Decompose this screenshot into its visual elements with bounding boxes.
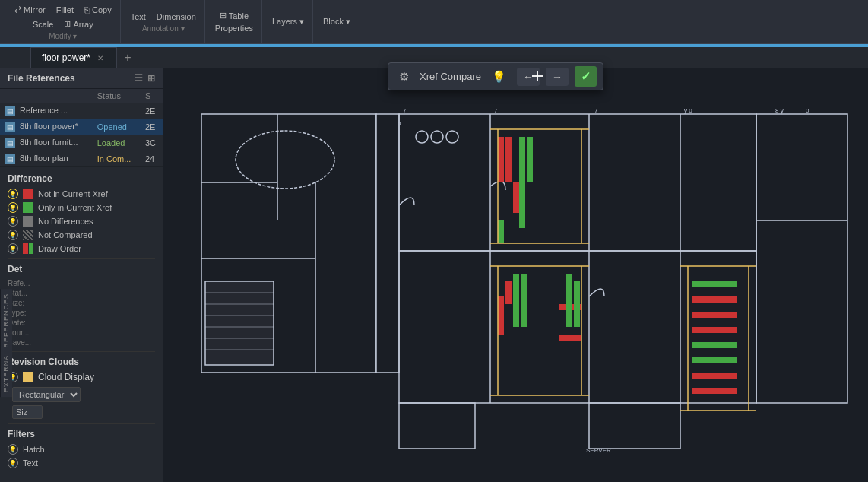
svg-rect-37 [692,296,737,303]
xref-num-2: 2E [141,119,163,135]
svg-rect-14 [376,114,399,373]
detail-row-four: Four... [8,328,155,337]
cloud-display-row: 💡 Cloud Display [8,372,155,382]
xref-status-3: Loaded [93,135,141,151]
toolbar-layers-btn[interactable]: Layers ▾ [268,15,308,28]
panel-header-file-references: File References ☰ ⊞ [0,68,163,89]
xref-num-4: 24 [141,151,163,167]
filter-label-text: Text [23,458,38,468]
toolbar-section-text: Text Dimension Annotation ▾ [122,0,205,43]
xref-bulb-button[interactable]: 💡 [487,67,511,87]
svg-text:7: 7 [494,107,498,114]
toolbar-table-btn[interactable]: ⊟ Table [216,9,252,22]
xref-status-4: In Com... [93,151,141,167]
gear-icon: ⚙ [399,70,409,84]
canvas-area[interactable]: 7 7 7 y 0 8 y 0 0 SERVER [163,68,868,482]
detail-label-type: Type: [8,309,53,317]
xref-row-2[interactable]: ▤ 8th floor power* Opened 2E [0,119,163,135]
copy-icon: ⎘ [84,5,90,14]
floor-plan-svg: 7 7 7 y 0 8 y 0 0 SERVER [163,68,868,482]
svg-text:y 0: y 0 [684,107,692,114]
array-icon: ⊞ [64,19,71,29]
tab-add-button[interactable]: + [120,50,135,65]
annotation-label[interactable]: Annotation ▾ [142,24,185,33]
toolbar-section-table: ⊟ Table Properties [207,0,262,43]
detail-label-date: Date: [8,319,53,327]
svg-rect-33 [498,296,504,335]
toolbar-dimension-btn[interactable]: Dimension [153,11,200,23]
xref-status-2: Opened [93,119,141,135]
filter-bulb-icon-2: 💡 [8,458,18,468]
legend-bulb-icon-4: 💡 [8,230,18,240]
toolbar-array-btn[interactable]: ⊞ Array [60,17,97,30]
detail-label-save: Save... [8,338,53,347]
tab-close-floor-power[interactable]: ✕ [95,52,106,63]
legend-label-draw-order: Draw Order [38,244,81,253]
mirror-icon: ⇄ [14,5,21,14]
toolbar-fillet-btn[interactable]: Fillet [52,4,78,16]
legend-pattern-box [23,230,33,240]
toolbar-mirror-btn[interactable]: ⇄ Mirror [11,3,49,16]
svg-text:SERVER: SERVER [586,447,611,454]
tab-label-floor-power: floor power* [42,52,90,63]
detail-row-size: Size: [8,299,155,307]
xref-name-3: ▤ 8th floor furnit... [0,135,93,151]
xref-row-3[interactable]: ▤ 8th floor furnit... Loaded 3C [0,135,163,151]
file-icon-4: ▤ [5,154,15,164]
svg-rect-41 [692,388,737,394]
legend-bulb-icon-5: 💡 [8,243,18,254]
toolbar-block-btn[interactable]: Block ▾ [319,15,354,28]
cloud-display-label: Cloud Display [38,372,94,382]
detail-label-stat: Stat... [8,289,53,297]
toolbar-properties-btn[interactable]: Properties [211,22,257,34]
legend-item-only-in-current: 💡 Only in Current Xref [8,202,155,213]
filter-item-hatch[interactable]: 💡 Hatch [8,444,155,455]
xref-next-button[interactable]: → [546,68,569,86]
legend-label-only-in-current: Only in Current Xref [38,203,112,212]
svg-text:7: 7 [594,107,598,114]
svg-rect-39 [692,327,737,333]
svg-rect-51 [692,342,737,348]
xref-prev-button[interactable]: ← [517,68,540,86]
xref-num-3: 3C [141,135,163,151]
filter-item-text[interactable]: 💡 Text [8,458,155,468]
revision-clouds-title: Revision Clouds [8,357,155,367]
modify-label[interactable]: Modify ▾ [49,32,77,40]
legend-color-red [23,189,33,199]
xref-name-1: ▤ Reference ... [0,103,93,119]
detail-label-four: Four... [8,328,53,337]
xref-gear-button[interactable]: ⚙ [394,67,413,87]
cloud-display-dropdown[interactable]: Rectangular Polygonal None [12,387,81,402]
svg-rect-30 [498,137,504,182]
legend-bulb-icon-3: 💡 [8,216,18,227]
svg-rect-38 [692,312,737,318]
tab-floor-power[interactable]: floor power* ✕ [30,47,117,68]
legend-bulb-icon-1: 💡 [8,189,18,199]
svg-text:7: 7 [403,107,407,114]
toolbar-copy-btn[interactable]: ⎘ Copy [81,4,116,16]
table-icon: ⊟ [220,11,227,21]
next-arrow-icon: → [552,71,562,83]
svg-text:0: 0 [398,120,401,127]
size-input[interactable] [12,405,43,419]
svg-rect-50 [692,281,737,287]
xref-check-button[interactable]: ✓ [575,66,597,87]
legend-item-draw-order: 💡 Draw Order [8,243,155,254]
col-status: Status [93,89,141,103]
toolbar-section-layers: Layers ▾ [264,0,313,43]
panel-icon-list[interactable]: ☰ [135,73,143,84]
toolbar-scale-btn[interactable]: Scale [29,18,58,30]
svg-rect-47 [566,274,572,327]
bulb-icon: 💡 [492,70,506,84]
detail-row-stat: Stat... [8,289,155,297]
xref-row-4[interactable]: ▤ 8th floor plan In Com... 24 [0,151,163,167]
panel-icon-grid[interactable]: ⊞ [147,73,155,84]
svg-rect-49 [498,220,504,243]
svg-rect-36 [559,335,581,341]
legend-bulb-icon-2: 💡 [8,202,18,213]
legend-item-not-compared: 💡 Not Compared [8,230,155,240]
xref-row-1[interactable]: ▤ Reference ... 2E [0,103,163,119]
panel-divider-1 [8,258,155,259]
toolbar-text-btn[interactable]: Text [127,11,150,23]
legend-draw-order-box [23,243,33,254]
